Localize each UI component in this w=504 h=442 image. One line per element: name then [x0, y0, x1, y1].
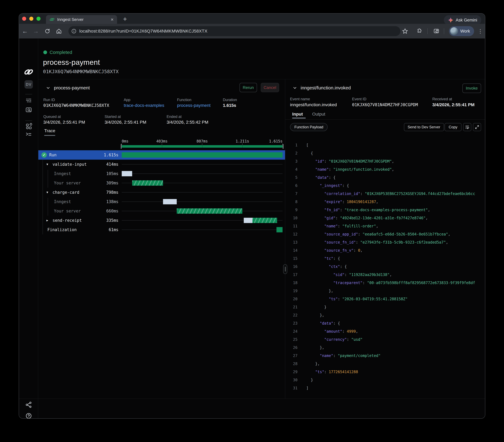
event-id-label: Event ID — [352, 97, 366, 101]
status-badge: Completed — [50, 50, 72, 55]
gemini-sparkle-icon — [448, 17, 453, 23]
span-bar-queue[interactable] — [163, 199, 177, 204]
span-bar-cell — [122, 169, 283, 178]
line-number: 28 — [285, 362, 298, 366]
window-minimize-button[interactable] — [29, 17, 33, 21]
sidebar-item-runs[interactable] — [19, 96, 38, 104]
line-number: 15 — [285, 256, 298, 261]
app-link[interactable]: trace-docs-examples — [124, 103, 164, 108]
trace-row[interactable]: ▾validate-input414ms — [38, 160, 285, 169]
span-label: Run — [49, 153, 56, 157]
span-duration: 660ms — [85, 209, 118, 213]
payload-code-editor[interactable]: 1[2 {3 "id": "01KJX6Q7V81N4DMZ7HFJ0CGPDM… — [285, 138, 485, 399]
span-bar-cell — [122, 178, 283, 188]
new-tab-button[interactable]: + — [120, 15, 130, 23]
span-bar-cell — [122, 225, 283, 234]
line-number: 6 — [285, 184, 298, 188]
function-link[interactable]: process-payment — [177, 103, 211, 108]
line-number: 11 — [285, 224, 298, 228]
code-line: 14 "source_fn_v": 0, — [285, 246, 485, 255]
span-bar-queue[interactable] — [244, 218, 252, 223]
ask-gemini-button[interactable]: Ask Gemini — [444, 15, 481, 25]
main-content: Completed process-payment 01KJX6Q7W64NMK… — [38, 38, 485, 418]
window-zoom-button[interactable] — [36, 17, 40, 21]
reload-button[interactable] — [43, 24, 52, 38]
status-dot — [43, 51, 47, 54]
back-button[interactable]: ← — [20, 24, 30, 38]
sidebar-divider — [25, 94, 32, 94]
row-chevron-down-icon[interactable]: ▾ — [46, 162, 48, 166]
span-bar-exec[interactable] — [132, 180, 163, 186]
line-number: 17 — [285, 272, 298, 277]
code-line: 16 "ctx": { — [285, 263, 485, 271]
trace-row[interactable]: ▸send-receipt335ms — [38, 216, 285, 225]
site-info-icon[interactable] — [71, 29, 76, 34]
copy-button[interactable]: Copy — [445, 123, 461, 131]
help-icon[interactable] — [19, 412, 38, 419]
expand-button[interactable] — [473, 123, 481, 131]
code-line: 20 "ts": "2026-03-04T19:55:41.288158Z" — [285, 295, 485, 303]
trace-row[interactable]: Your server660ms — [38, 206, 285, 216]
received-at-label: Received at — [432, 97, 452, 101]
sidebar-item-dev-server[interactable] — [19, 130, 38, 138]
timeline-minimap[interactable] — [122, 145, 283, 148]
footer-strip — [38, 399, 485, 418]
panel-resize-handle[interactable] — [283, 264, 287, 274]
code-line: 18 "traceparent": "00-a073fb598bfff8af82… — [285, 279, 485, 287]
forward-button[interactable]: → — [31, 24, 40, 38]
line-number: 25 — [285, 337, 298, 342]
profile-button[interactable]: Work — [449, 26, 474, 36]
span-bar-queue[interactable] — [122, 171, 132, 176]
trace-row[interactable]: Finalization61ms — [38, 225, 285, 234]
env-badge[interactable]: DV — [19, 80, 38, 89]
browser-menu-icon[interactable]: ⋮ — [476, 24, 485, 38]
tab-trace[interactable]: Trace — [44, 128, 55, 133]
extensions-icon[interactable] — [415, 24, 424, 38]
line-number: 30 — [285, 378, 298, 382]
trace-row[interactable]: ✓Run1.615s — [38, 150, 285, 160]
sidebar-item-inspector[interactable] — [19, 106, 38, 114]
sidebar-item-apps[interactable] — [19, 122, 38, 130]
code-line: 12 "source_app_id": "eea6afc5-e66d-5b26-… — [285, 230, 485, 238]
code-line: 13 "source_fn_id": "e27943fe-f31b-5c9b-9… — [285, 238, 485, 246]
span-bar-exec[interactable] — [177, 208, 242, 214]
span-bar-solid[interactable] — [276, 227, 283, 232]
span-duration: 309ms — [85, 181, 118, 185]
url-bar[interactable]: localhost:8288/run?runID=01KJX6Q7W64NMKM… — [68, 26, 400, 36]
line-number: 7 — [285, 192, 298, 196]
span-label: Finalization — [47, 227, 77, 232]
span-bar-exec[interactable] — [252, 218, 277, 223]
duration-value: 1.615s — [223, 103, 236, 108]
span-bar-solid[interactable] — [122, 152, 283, 158]
code-line: 21 } — [285, 303, 485, 311]
trace-row[interactable]: Inngest138ms — [38, 197, 285, 206]
invoke-button[interactable]: Invoke — [462, 84, 481, 93]
code-line: 3 "id": "01KJX6Q7V81N4DMZ7HFJ0CGPDM", — [285, 157, 485, 165]
tab-close-icon[interactable]: × — [111, 17, 114, 22]
side-panel-search-icon[interactable] — [432, 24, 441, 38]
trace-row[interactable]: Your server309ms — [38, 178, 285, 188]
browser-tab[interactable]: Inngest Server × — [46, 15, 117, 24]
tab-output[interactable]: Output — [312, 112, 325, 117]
share-feedback-icon[interactable] — [19, 401, 38, 409]
collapse-chevron-icon[interactable] — [293, 86, 297, 90]
trace-row[interactable]: ▾charge-card798ms — [38, 188, 285, 197]
tab-input[interactable]: Input — [292, 112, 303, 117]
line-number: 24 — [285, 329, 298, 334]
row-chevron-right-icon[interactable]: ▸ — [46, 218, 48, 222]
event-panel: inngest/function.invoked Invoke Event na… — [285, 79, 485, 399]
function-payload-chip[interactable]: Function Payload — [290, 123, 328, 131]
word-wrap-button[interactable] — [463, 123, 471, 131]
collapse-chevron-icon[interactable] — [46, 86, 50, 90]
minimap-handle-left[interactable] — [121, 144, 122, 149]
bookmark-star-icon[interactable] — [400, 24, 410, 38]
row-chevron-down-icon[interactable]: ▾ — [46, 190, 48, 194]
send-to-dev-server-button[interactable]: Send to Dev Server — [404, 123, 444, 131]
tab-trace-indicator — [44, 135, 55, 136]
trace-row[interactable]: Inngest105ms — [38, 169, 285, 178]
window-close-button[interactable] — [22, 17, 26, 21]
line-number: 13 — [285, 240, 298, 244]
home-button[interactable] — [54, 24, 64, 38]
rerun-button[interactable]: Rerun — [239, 83, 257, 92]
minimap-handle-right[interactable] — [283, 144, 284, 149]
